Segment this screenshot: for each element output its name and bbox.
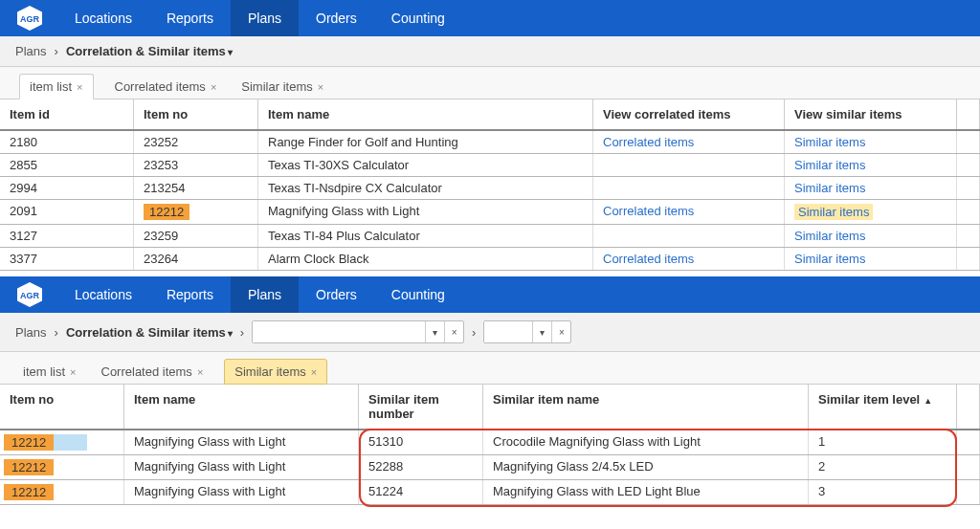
cell-view-corr (593, 177, 785, 199)
cell-sim-name: Magnifying Glass with LED Light Blue (483, 480, 809, 504)
close-icon[interactable]: × (311, 366, 317, 378)
caret-down-icon[interactable]: ▾ (228, 328, 233, 339)
nav-orders[interactable]: Orders (299, 0, 374, 36)
cell-sim-no: 51310 (359, 430, 483, 454)
close-icon[interactable]: × (318, 81, 323, 93)
table-row[interactable]: 12212Magnifying Glass with Light52288Mag… (0, 455, 980, 480)
cell-sim-no: 51224 (359, 480, 483, 504)
correlated-link[interactable]: Correlated items (603, 135, 694, 149)
table-header: Item id Item no Item name View correlate… (0, 99, 980, 131)
table-row[interactable]: 218023252Range Finder for Golf and Hunti… (0, 131, 980, 154)
nav-counting[interactable]: Counting (374, 276, 462, 313)
cell-sim-level: 3 (809, 480, 957, 504)
close-icon[interactable]: × (211, 81, 216, 93)
chevron-right-icon: › (472, 325, 476, 340)
cell-spacer (957, 154, 980, 176)
col-sim-name[interactable]: Similar item name (483, 385, 809, 429)
filter-input[interactable] (253, 321, 425, 342)
similar-link[interactable]: Similar items (794, 158, 865, 172)
top-navbar: AGR Locations Reports Plans Orders Count… (0, 0, 980, 36)
cell-spacer (957, 480, 980, 504)
tab-correlated[interactable]: Correlated items× (111, 74, 221, 99)
col-sim-level[interactable]: Similar item level▲ (809, 385, 957, 429)
close-icon[interactable]: × (551, 321, 570, 342)
cell-view-corr: Correlated items (593, 200, 785, 224)
tab-bar: item list× Correlated items× Similar ite… (0, 352, 980, 385)
tab-item-list[interactable]: item list× (19, 74, 94, 99)
col-item-no[interactable]: Item no (0, 385, 124, 429)
col-item-name[interactable]: Item name (258, 99, 593, 129)
nav-plans[interactable]: Plans (231, 276, 299, 313)
close-icon[interactable]: × (77, 81, 82, 93)
cell-item-id: 3377 (0, 248, 134, 270)
cell-item-name: Range Finder for Golf and Hunting (258, 131, 593, 153)
sort-asc-icon: ▲ (924, 396, 932, 406)
cell-sim-name: Crocodile Magnifying Glass with Light (483, 430, 809, 454)
similar-link[interactable]: Similar items (794, 181, 865, 195)
tab-correlated[interactable]: Correlated items× (98, 359, 208, 385)
logo: AGR (13, 281, 46, 308)
col-sim-number[interactable]: Similar item number (359, 385, 483, 429)
table-row[interactable]: 337723264Alarm Clock BlackCorrelated ite… (0, 248, 980, 271)
close-icon[interactable]: × (70, 366, 76, 378)
table-row[interactable]: 2994213254Texas TI-Nsdpire CX Calculator… (0, 177, 980, 200)
cell-item-no: 12212 (134, 200, 258, 224)
nav-reports[interactable]: Reports (149, 276, 231, 313)
nav-reports[interactable]: Reports (149, 0, 231, 36)
cell-item-no: 23259 (134, 225, 258, 247)
cell-item-no: 213254 (134, 177, 258, 199)
nav-locations[interactable]: Locations (57, 276, 149, 313)
col-item-name[interactable]: Item name (124, 385, 359, 429)
chevron-right-icon: › (55, 44, 58, 58)
nav-orders[interactable]: Orders (299, 276, 374, 313)
cell-view-sim: Similar items (785, 154, 957, 176)
similar-link[interactable]: Similar items (794, 135, 865, 149)
cell-item-id: 2855 (0, 154, 134, 176)
caret-down-icon[interactable]: ▾ (425, 321, 444, 342)
table-row[interactable]: 209112212Magnifying Glass with LightCorr… (0, 200, 980, 225)
logo: AGR (13, 5, 46, 32)
table-row[interactable]: 285523253Texas TI-30XS CalculatorSimilar… (0, 154, 980, 177)
table-row[interactable]: 12212Magnifying Glass with Light51224Mag… (0, 480, 980, 505)
crumb-root[interactable]: Plans (15, 44, 47, 58)
col-item-id[interactable]: Item id (0, 99, 134, 129)
nav-counting[interactable]: Counting (374, 0, 462, 36)
col-view-similar[interactable]: View similar items (785, 99, 957, 129)
correlated-link[interactable]: Correlated items (603, 204, 694, 218)
cell-view-corr: Correlated items (593, 248, 785, 270)
tab-similar[interactable]: Similar items× (224, 359, 327, 385)
similar-link[interactable]: Similar items (794, 252, 865, 266)
similar-link[interactable]: Similar items (794, 204, 873, 220)
cell-item-no: 23264 (134, 248, 258, 270)
filter-input[interactable] (484, 321, 532, 342)
cell-view-sim: Similar items (785, 177, 957, 199)
tab-similar[interactable]: Similar items× (237, 74, 327, 99)
cell-item-id: 2091 (0, 200, 134, 224)
table-row[interactable]: 312723259Texas TI-84 Plus CalculatorSimi… (0, 225, 980, 248)
tab-bar: item list× Correlated items× Similar ite… (0, 67, 980, 99)
correlated-link[interactable]: Correlated items (603, 252, 694, 266)
top-navbar: AGR Locations Reports Plans Orders Count… (0, 276, 980, 313)
close-icon[interactable]: × (197, 366, 203, 378)
similar-link[interactable]: Similar items (794, 229, 865, 243)
caret-down-icon[interactable]: ▾ (532, 321, 551, 342)
col-view-correlated[interactable]: View correlated items (593, 99, 785, 129)
caret-down-icon[interactable]: ▾ (228, 47, 233, 57)
close-icon[interactable]: × (444, 321, 463, 342)
crumb-page[interactable]: Correlation & Similar items (66, 325, 226, 340)
chevron-right-icon: › (55, 325, 58, 340)
filter-1: ▾ × (252, 320, 464, 343)
crumb-root[interactable]: Plans (15, 325, 47, 340)
tab-item-list[interactable]: item list× (19, 359, 80, 385)
table-row[interactable]: 12212 Magnifying Glass with Light51310Cr… (0, 430, 980, 455)
col-spacer (957, 99, 980, 129)
nav-plans[interactable]: Plans (231, 0, 299, 36)
col-item-no[interactable]: Item no (134, 99, 258, 129)
crumb-page[interactable]: Correlation & Similar items (66, 44, 226, 58)
svg-text:AGR: AGR (20, 14, 40, 24)
chevron-right-icon: › (240, 325, 244, 340)
svg-text:AGR: AGR (20, 291, 40, 300)
col-spacer (957, 385, 980, 429)
nav-locations[interactable]: Locations (57, 0, 149, 36)
cell-item-name: Texas TI-84 Plus Calculator (258, 225, 593, 247)
